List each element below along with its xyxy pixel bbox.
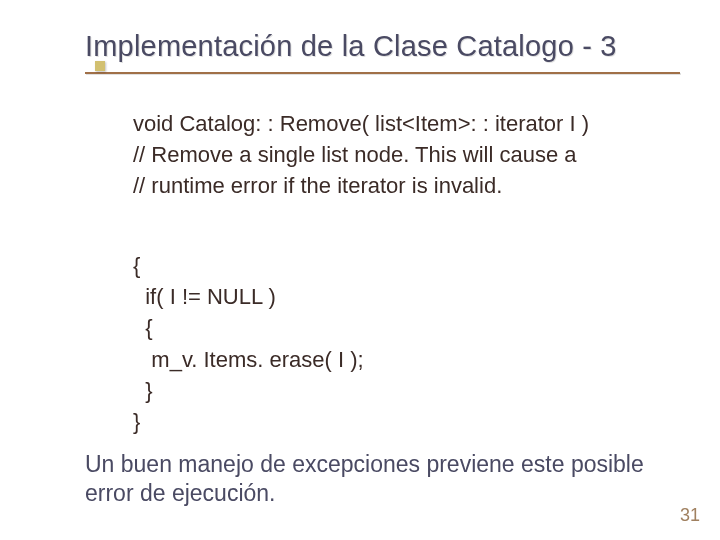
body-line-6: } bbox=[133, 406, 660, 437]
footer-note: Un buen manejo de excepciones previene e… bbox=[85, 450, 660, 509]
bullet-square-icon bbox=[95, 61, 105, 71]
code-line-3: // runtime error if the iterator is inva… bbox=[133, 170, 660, 201]
code-line-1: void Catalog: : Remove( list<Item>: : it… bbox=[133, 108, 660, 139]
code-line-2: // Remove a single list node. This will … bbox=[133, 139, 660, 170]
page-number: 31 bbox=[680, 505, 700, 526]
slide: Implementación de la Clase Catalogo - 3 … bbox=[0, 0, 720, 540]
title-wrap: Implementación de la Clase Catalogo - 3 bbox=[85, 30, 680, 63]
code-block: void Catalog: : Remove( list<Item>: : it… bbox=[133, 108, 660, 202]
title-underline bbox=[85, 72, 680, 74]
body-line-1: { bbox=[133, 250, 660, 281]
body-block: { if( I != NULL ) { m_v. Items. erase( I… bbox=[133, 250, 660, 437]
body-line-4: m_v. Items. erase( I ); bbox=[133, 344, 660, 375]
slide-title: Implementación de la Clase Catalogo - 3 bbox=[85, 30, 617, 62]
body-line-5: } bbox=[133, 375, 660, 406]
body-line-3: { bbox=[133, 312, 660, 343]
body-line-2: if( I != NULL ) bbox=[133, 281, 660, 312]
